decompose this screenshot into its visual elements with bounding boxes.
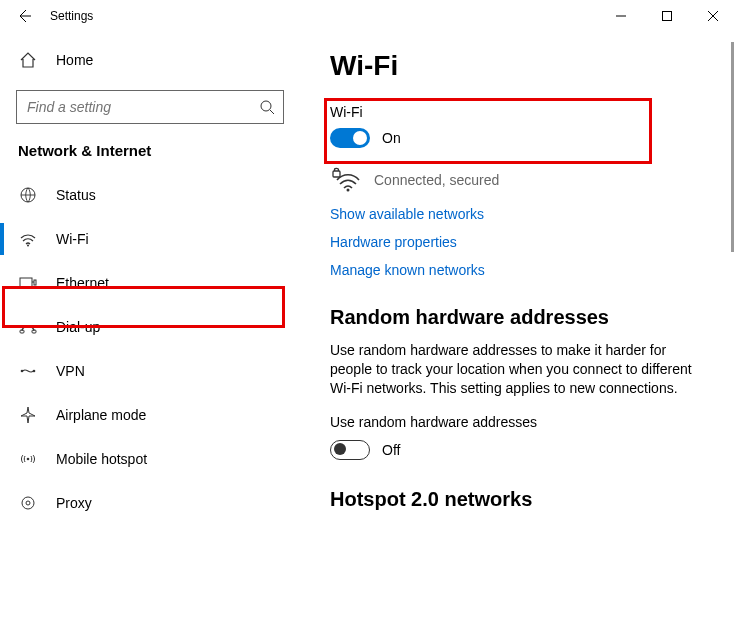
sidebar-item-label: VPN: [56, 363, 85, 379]
svg-point-1: [261, 101, 271, 111]
svg-point-9: [33, 370, 36, 373]
wifi-status: Connected, secured: [330, 166, 706, 194]
random-heading: Random hardware addresses: [330, 306, 706, 329]
proxy-icon: [18, 493, 38, 513]
titlebar: Settings: [0, 0, 736, 32]
hotspot-icon: [18, 449, 38, 469]
sidebar-item-proxy[interactable]: Proxy: [0, 481, 300, 525]
random-toggle[interactable]: [330, 440, 370, 460]
sidebar-item-status[interactable]: Status: [0, 173, 300, 217]
link-manage-known[interactable]: Manage known networks: [330, 262, 706, 278]
window-controls: [598, 0, 736, 32]
sidebar-item-hotspot[interactable]: Mobile hotspot: [0, 437, 300, 481]
wifi-toggle-label: Wi-Fi: [330, 104, 706, 120]
wifi-toggle[interactable]: [330, 128, 370, 148]
svg-rect-5: [34, 280, 36, 285]
sidebar-item-wifi[interactable]: Wi-Fi: [0, 217, 300, 261]
hotspot-heading: Hotspot 2.0 networks: [330, 488, 706, 511]
sidebar-item-label: Ethernet: [56, 275, 109, 291]
maximize-button[interactable]: [644, 0, 690, 32]
sidebar: Home Network & Internet Status: [0, 32, 300, 631]
page-title: Wi-Fi: [330, 50, 706, 82]
sidebar-item-label: Wi-Fi: [56, 231, 89, 247]
random-toggle-state: Off: [382, 442, 400, 458]
svg-point-13: [347, 189, 350, 192]
svg-point-10: [27, 458, 30, 461]
random-desc: Use random hardware addresses to make it…: [330, 341, 706, 398]
wifi-status-text: Connected, secured: [374, 172, 499, 188]
vpn-icon: [18, 361, 38, 381]
wifi-icon: [18, 229, 38, 249]
svg-point-8: [21, 370, 24, 373]
window-title: Settings: [50, 9, 93, 23]
status-icon: [18, 185, 38, 205]
home-button[interactable]: Home: [0, 40, 300, 80]
scrollbar[interactable]: [731, 42, 734, 252]
svg-rect-0: [663, 12, 672, 21]
sidebar-item-label: Status: [56, 187, 96, 203]
search-icon: [259, 99, 275, 115]
svg-point-3: [27, 245, 29, 247]
search-input[interactable]: [25, 98, 259, 116]
svg-point-12: [26, 501, 30, 505]
minimize-button[interactable]: [598, 0, 644, 32]
ethernet-icon: [18, 273, 38, 293]
sidebar-item-airplane[interactable]: Airplane mode: [0, 393, 300, 437]
content-area: Wi-Fi Wi-Fi On: [300, 32, 736, 631]
close-button[interactable]: [690, 0, 736, 32]
svg-rect-6: [20, 330, 24, 333]
sidebar-item-dialup[interactable]: Dial-up: [0, 305, 300, 349]
home-label: Home: [56, 52, 93, 68]
svg-rect-7: [32, 330, 36, 333]
link-show-networks[interactable]: Show available networks: [330, 206, 706, 222]
svg-rect-4: [20, 278, 32, 287]
svg-point-11: [22, 497, 34, 509]
wifi-secured-icon: [330, 166, 362, 194]
sidebar-item-label: Airplane mode: [56, 407, 146, 423]
back-button[interactable]: [8, 0, 40, 32]
sidebar-item-vpn[interactable]: VPN: [0, 349, 300, 393]
sidebar-item-label: Proxy: [56, 495, 92, 511]
sidebar-item-label: Dial-up: [56, 319, 100, 335]
sidebar-item-label: Mobile hotspot: [56, 451, 147, 467]
svg-rect-14: [333, 171, 340, 177]
wifi-toggle-state: On: [382, 130, 401, 146]
airplane-icon: [18, 405, 38, 425]
search-box[interactable]: [16, 90, 284, 124]
settings-window: Settings Home: [0, 0, 736, 631]
random-toggle-label: Use random hardware addresses: [330, 414, 706, 430]
sidebar-section-heading: Network & Internet: [0, 142, 300, 173]
sidebar-item-ethernet[interactable]: Ethernet: [0, 261, 300, 305]
link-hardware-props[interactable]: Hardware properties: [330, 234, 706, 250]
home-icon: [18, 50, 38, 70]
dialup-icon: [18, 317, 38, 337]
